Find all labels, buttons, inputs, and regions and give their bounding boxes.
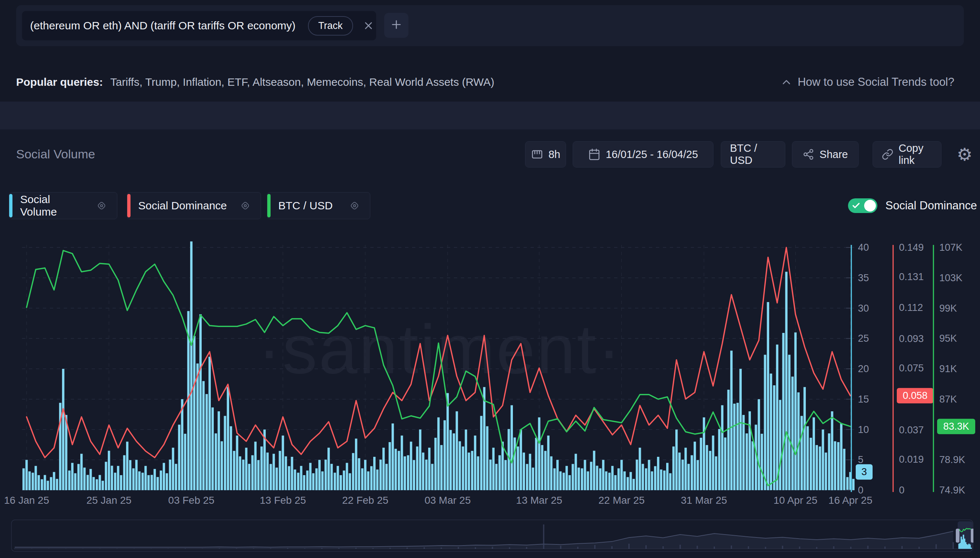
toggle-row: Social Dominance: [848, 195, 977, 216]
svg-text:95K: 95K: [939, 333, 957, 344]
svg-text:35: 35: [858, 272, 869, 283]
chevron-up-icon: [780, 76, 793, 89]
check-icon: [852, 201, 860, 210]
calendar-icon: [588, 148, 601, 161]
svg-text:0.058: 0.058: [903, 390, 927, 401]
query-chip[interactable]: (ethereum OR eth) AND (tariff OR tariffs…: [22, 11, 376, 40]
svg-text:0.093: 0.093: [899, 333, 924, 344]
svg-text:87K: 87K: [939, 394, 957, 405]
price-accent-bar: [267, 194, 271, 217]
svg-text:13 Feb 25: 13 Feb 25: [260, 495, 306, 506]
legend-chip-social-volume[interactable]: Social Volume: [9, 192, 117, 219]
main-chart[interactable]: 16 Jan 2525 Jan 2503 Feb 2513 Feb 2522 F…: [0, 235, 980, 520]
svg-text:0.149: 0.149: [899, 242, 924, 253]
chart-header-row: Social Volume 8h 16/01/25 - 16/04/25 BTC…: [0, 141, 980, 167]
legend-chip-btc-usd[interactable]: BTC / USD: [267, 192, 370, 219]
svg-text:03 Feb 25: 03 Feb 25: [168, 495, 215, 506]
svg-text:31 Mar 25: 31 Mar 25: [681, 495, 727, 506]
navigator-handle-left[interactable]: [956, 528, 959, 543]
eye-icon[interactable]: [240, 200, 251, 212]
svg-text:74.9K: 74.9K: [939, 485, 965, 496]
svg-text:25: 25: [858, 333, 869, 344]
axis-price: 107K103K99K95K91K87K78.9K74.9K83.3K: [934, 242, 975, 496]
toggle-label: Social Dominance: [885, 199, 977, 212]
svg-text:22 Feb 25: 22 Feb 25: [342, 495, 388, 506]
track-button[interactable]: Track: [308, 16, 353, 36]
svg-text:0.019: 0.019: [899, 454, 924, 465]
svg-text:03 Mar 25: 03 Mar 25: [425, 495, 471, 506]
share-button[interactable]: Share: [792, 141, 859, 167]
plus-icon: [390, 18, 403, 33]
eye-icon[interactable]: [349, 200, 360, 212]
svg-text:0.131: 0.131: [899, 271, 924, 282]
page-title: Social Volume: [16, 147, 95, 161]
gear-icon[interactable]: ⚙: [954, 143, 975, 165]
legend-label: Social Dominance: [138, 199, 227, 212]
svg-text:107K: 107K: [939, 242, 962, 253]
interval-icon: [531, 148, 543, 161]
navigator-handle-right[interactable]: [971, 528, 973, 543]
query-text: (ethereum OR eth) AND (tariff OR tariffs…: [30, 20, 295, 32]
navigator-selection[interactable]: [956, 521, 973, 550]
chart-section: Social Volume 8h 16/01/25 - 16/04/25 BTC…: [0, 130, 980, 558]
toggle-knob: [864, 200, 876, 212]
legend-row: Social Volume Social Dominance BTC / USD: [0, 192, 980, 219]
svg-text:20: 20: [858, 363, 869, 374]
navigator-area: [15, 531, 953, 549]
pair-button[interactable]: BTC / USD: [721, 141, 785, 167]
volume-accent-bar: [9, 194, 13, 217]
svg-text:0.037: 0.037: [899, 425, 924, 435]
popular-queries-items[interactable]: Tariffs, Trump, Inflation, ETF, Altseaso…: [110, 76, 494, 89]
svg-text:5: 5: [858, 454, 863, 465]
svg-text:15: 15: [858, 394, 869, 405]
share-icon: [803, 148, 814, 160]
close-icon[interactable]: [363, 18, 374, 33]
svg-text:16 Jan 25: 16 Jan 25: [4, 495, 49, 506]
svg-text:91K: 91K: [939, 363, 957, 374]
help-link-label: How to use Social Trends tool?: [798, 75, 954, 89]
x-axis-labels: 16 Jan 2525 Jan 2503 Feb 2513 Feb 2522 F…: [4, 495, 872, 506]
svg-text:78.9K: 78.9K: [939, 454, 965, 465]
svg-text:103K: 103K: [939, 272, 962, 283]
axis-volume: 40353025201510503: [846, 242, 873, 496]
svg-text:0.112: 0.112: [899, 302, 923, 313]
svg-text:40: 40: [858, 242, 869, 253]
eye-icon[interactable]: [96, 200, 107, 212]
svg-text:25 Jan 25: 25 Jan 25: [87, 495, 131, 506]
date-range-label: 16/01/25 - 16/04/25: [606, 148, 698, 161]
copy-link-label: Copy link: [899, 142, 932, 166]
legend-label: BTC / USD: [278, 199, 333, 212]
axis-dominance: 0.1490.1310.1120.0930.0750.0370.01900.05…: [893, 242, 934, 496]
date-range-button[interactable]: 16/01/25 - 16/04/25: [573, 141, 714, 167]
help-link[interactable]: How to use Social Trends tool?: [780, 72, 954, 92]
popular-queries-label: Popular queries:: [16, 76, 103, 89]
svg-text:30: 30: [858, 303, 869, 314]
dominance-accent-bar: [127, 194, 131, 217]
top-section: (ethereum OR eth) AND (tariff OR tariffs…: [0, 0, 980, 102]
svg-text:0: 0: [858, 485, 863, 496]
legend-chip-social-dominance[interactable]: Social Dominance: [127, 192, 261, 219]
svg-text:16 Apr 25: 16 Apr 25: [829, 495, 873, 506]
svg-text:0.075: 0.075: [899, 363, 924, 374]
interval-button[interactable]: 8h: [525, 141, 566, 167]
search-container: (ethereum OR eth) AND (tariff OR tariffs…: [16, 5, 964, 46]
svg-text:3: 3: [861, 466, 867, 478]
svg-text:83.3K: 83.3K: [943, 421, 969, 432]
interval-label: 8h: [548, 148, 560, 161]
chart-navigator[interactable]: [11, 520, 973, 552]
add-query-button[interactable]: [384, 13, 409, 38]
pair-label: BTC / USD: [730, 142, 776, 166]
svg-text:0: 0: [899, 485, 904, 496]
legend-label: Social Volume: [20, 193, 89, 218]
share-label: Share: [819, 148, 848, 161]
link-icon: [882, 148, 893, 160]
social-dominance-toggle[interactable]: [848, 199, 877, 213]
svg-text:10: 10: [858, 424, 869, 435]
popular-queries-row: Popular queries: Tariffs, Trump, Inflati…: [16, 72, 964, 92]
toolbar-band: [0, 102, 980, 130]
svg-text:13 Mar 25: 13 Mar 25: [516, 495, 562, 506]
copy-link-button[interactable]: Copy link: [873, 141, 942, 167]
svg-text:99K: 99K: [939, 303, 957, 314]
svg-text:10 Apr 25: 10 Apr 25: [773, 495, 817, 506]
svg-text:22 Mar 25: 22 Mar 25: [598, 495, 645, 506]
